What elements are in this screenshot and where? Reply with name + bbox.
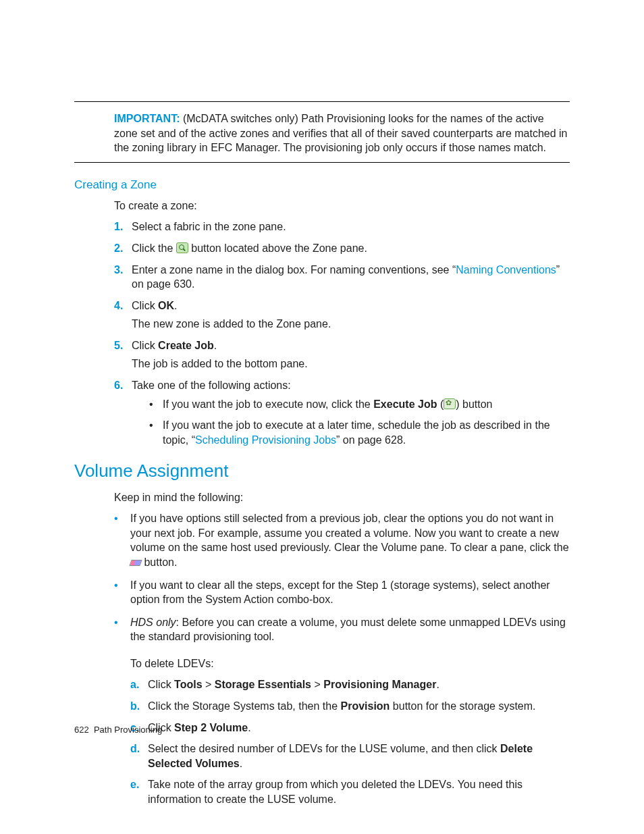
la-b1: Tools (174, 679, 202, 690)
step-2-text-b: button located above the Zone pane. (188, 242, 367, 254)
step-2-text-a: Click the (132, 242, 176, 254)
volume-bullets: If you have options still selected from … (114, 511, 570, 807)
divider-bottom (74, 162, 570, 163)
step-6-bullet-1: If you want the job to execute now, clic… (149, 397, 570, 412)
step-6: 6. Take one of the following actions: If… (114, 378, 570, 447)
lb-bold: Provision (340, 700, 390, 712)
la-b3: Provisioning Manager (323, 679, 436, 690)
vb1-text-b: button. (141, 556, 177, 568)
la-gt2: > (311, 679, 323, 690)
step-2: 2. Click the button located above the Zo… (114, 241, 570, 256)
vb3-ital: HDS only (130, 617, 176, 628)
new-zone-icon (176, 242, 188, 253)
ldev-step-e: e. Take note of the array group from whi… (130, 777, 570, 806)
step-5-bold: Create Job (158, 340, 214, 351)
step-4-bold: OK (158, 300, 174, 311)
s6b1-text-a: If you want the job to execute now, clic… (163, 398, 373, 410)
s6b1-text-c: ) button (456, 398, 492, 410)
s6b2-text-b: ” on page 628. (336, 434, 406, 446)
page: IMPORTANT: (McDATA switches only) Path P… (0, 0, 644, 834)
ldev-steps: a. Click Tools > Storage Essentials > Pr… (130, 677, 570, 806)
vb1-text-a: If you have options still selected from … (130, 513, 569, 553)
volume-bullet-1: If you have options still selected from … (114, 511, 570, 569)
step-5: 5. Click Create Job. The job is added to… (114, 338, 570, 371)
volume-bullet-2: If you want to clear all the steps, exce… (114, 578, 570, 607)
link-naming-conventions[interactable]: Naming Conventions (456, 264, 556, 276)
ldev-step-d: d. Select the desired number of LDEVs fo… (130, 741, 570, 771)
s6b1-bold: Execute Job (373, 398, 437, 410)
execute-job-icon (444, 398, 456, 409)
lc-text-b: . (248, 722, 250, 733)
ld-text-a: Select the desired number of LDEVs for t… (148, 743, 500, 754)
lb-text-b: button for the storage system. (390, 700, 535, 712)
la-gt1: > (203, 679, 215, 690)
la-b2: Storage Essentials (215, 679, 311, 690)
ldev-step-b: b. Click the Storage Systems tab, then t… (130, 699, 570, 714)
heading-creating-zone: Creating a Zone (74, 178, 570, 193)
step-4-cont: The new zone is added to the Zone pane. (132, 317, 570, 332)
ldev-step-c: c. Click Step 2 Volume. (130, 721, 570, 735)
vb3-text: : Before you can create a volume, you mu… (130, 617, 566, 643)
ldev-intro: To delete LDEVs: (130, 656, 570, 671)
step-1-text: Select a fabric in the zone pane. (132, 221, 286, 232)
steps-list: 1.Select a fabric in the zone pane. 2. C… (114, 219, 570, 447)
step-1: 1.Select a fabric in the zone pane. (114, 219, 570, 234)
step-6-bullets: If you want the job to execute now, clic… (149, 397, 570, 448)
volume-bullet-3: HDS only: Before you can create a volume… (114, 615, 570, 807)
link-scheduling-jobs[interactable]: Scheduling Provisioning Jobs (195, 434, 336, 446)
step-4-text-b: . (174, 300, 177, 311)
lc-bold: Step 2 Volume (174, 722, 248, 733)
la-end: . (436, 679, 439, 690)
intro-volume-assignment: Keep in mind the following: (114, 490, 570, 505)
le-text: Take note of the array group from which … (148, 779, 522, 805)
ld-text-b: . (240, 758, 242, 769)
step-5-text-b: . (214, 340, 217, 351)
s6b1-text-b: ( (437, 398, 444, 410)
step-3-text-a: Enter a zone name in the dialog box. For… (132, 264, 456, 276)
la-text: Click (148, 679, 174, 690)
step-5-text-a: Click (132, 340, 158, 351)
step-6-bullet-2: If you want the job to execute at a late… (149, 418, 570, 447)
ldev-step-a: a. Click Tools > Storage Essentials > Pr… (130, 677, 570, 692)
page-number: 622 (74, 725, 89, 735)
heading-volume-assignment: Volume Assignment (74, 459, 570, 483)
step-4: 4. Click OK. The new zone is added to th… (114, 298, 570, 332)
important-label: IMPORTANT: (114, 113, 180, 124)
intro-creating-zone: To create a zone: (114, 199, 570, 213)
step-5-cont: The job is added to the bottom pane. (132, 357, 570, 371)
step-4-text-a: Click (132, 300, 158, 311)
lb-text-a: Click the Storage Systems tab, then the (148, 700, 340, 712)
eraser-icon (130, 558, 141, 567)
important-note: IMPORTANT: (McDATA switches only) Path P… (114, 111, 570, 155)
page-footer: 622 Path Provisioning (74, 724, 162, 736)
footer-title: Path Provisioning (94, 725, 162, 735)
step-3: 3. Enter a zone name in the dialog box. … (114, 263, 570, 292)
important-text: (McDATA switches only) Path Provisioning… (114, 113, 568, 153)
step-6-text: Take one of the following actions: (132, 380, 291, 391)
divider-top (74, 101, 570, 102)
